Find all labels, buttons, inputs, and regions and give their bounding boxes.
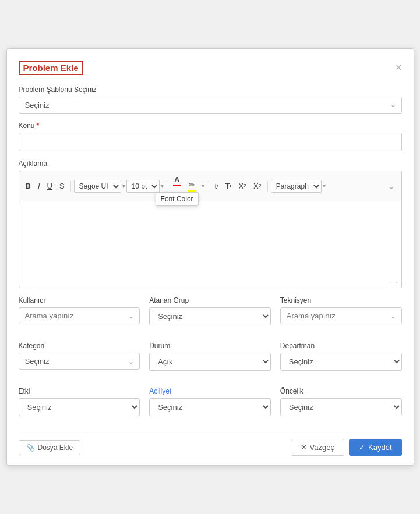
highlight-button[interactable]: ✏ bbox=[185, 179, 199, 194]
oncelik-select[interactable]: Seçiniz bbox=[280, 398, 402, 416]
departman-select[interactable]: Seçiniz bbox=[280, 353, 402, 371]
footer-actions: ✕ Vazgeç ✓ Kaydet bbox=[291, 439, 402, 456]
atanan-grup-select[interactable]: Seçiniz bbox=[149, 307, 271, 325]
italic-button[interactable]: I bbox=[35, 180, 43, 193]
toolbar-divider-3 bbox=[209, 181, 209, 192]
font-family-wrapper: Segoe UI ▾ bbox=[74, 180, 125, 193]
font-color-letter: A bbox=[174, 175, 179, 185]
strikethrough-button[interactable]: S bbox=[57, 180, 68, 193]
aciliyet-label: Aciliyet bbox=[149, 387, 271, 395]
toolbar-divider-1 bbox=[70, 181, 71, 192]
resize-handle-icon: ⋮⋮ bbox=[388, 279, 400, 286]
toolbar-divider-4 bbox=[267, 181, 268, 192]
required-indicator: * bbox=[37, 122, 40, 130]
font-size-wrapper: 10 pt ▾ bbox=[126, 180, 164, 193]
highlight-chevron-icon: ▾ bbox=[202, 183, 204, 190]
row-2: Kategori Seçiniz ⌄ Durum Açık Departman bbox=[19, 342, 402, 379]
etki-label: Etki bbox=[19, 387, 140, 395]
atanan-grup-field: Atanan Grup Seçiniz bbox=[149, 296, 271, 325]
row-1: Kullanıcı ⌄ Atanan Grup Seçiniz Teknisye… bbox=[19, 296, 402, 334]
aciliyet-select[interactable]: Seçiniz bbox=[149, 398, 271, 416]
kullanici-wrapper: ⌄ bbox=[19, 307, 140, 324]
oncelik-field: Öncelik Seçiniz bbox=[280, 387, 402, 416]
superscript-button[interactable]: X2 bbox=[235, 180, 249, 193]
durum-field: Durum Açık bbox=[149, 342, 271, 371]
font-size-select[interactable]: 10 pt bbox=[126, 180, 160, 193]
highlight-dropdown[interactable]: ▾ bbox=[200, 181, 206, 192]
font-size-chevron-icon: ▾ bbox=[161, 183, 164, 189]
template-label: Problem Şablonu Seçiniz bbox=[19, 86, 402, 94]
etki-select[interactable]: Seçiniz bbox=[19, 398, 140, 416]
kategori-wrapper: Seçiniz ⌄ bbox=[19, 353, 140, 370]
font-family-select[interactable]: Segoe UI bbox=[74, 180, 121, 193]
kullanici-label: Kullanıcı bbox=[19, 296, 140, 304]
aciklama-label: Açıklama bbox=[19, 159, 402, 168]
departman-field: Departman Seçiniz bbox=[280, 342, 402, 371]
paragraph-select[interactable]: Paragraph bbox=[271, 180, 322, 193]
close-button[interactable]: × bbox=[396, 62, 402, 73]
kategori-select[interactable]: Seçiniz bbox=[19, 353, 140, 370]
row-3: Etki Seçiniz Aciliyet Seçiniz Öncelik Se… bbox=[19, 387, 402, 424]
departman-label: Departman bbox=[280, 342, 402, 350]
modal-header: Problem Ekle × bbox=[19, 61, 402, 75]
teknisyen-wrapper: ⌄ bbox=[280, 307, 402, 324]
durum-select[interactable]: Açık bbox=[149, 353, 271, 371]
kategori-label: Kategori bbox=[19, 342, 140, 350]
editor-area[interactable]: ⋮⋮ bbox=[19, 201, 402, 288]
teknisyen-label: Teknisyen bbox=[280, 296, 402, 304]
durum-label: Durum bbox=[149, 342, 271, 350]
attach-icon: 📎 bbox=[26, 444, 35, 452]
font-family-chevron-icon: ▾ bbox=[122, 183, 125, 189]
font-color-tooltip: Font Color bbox=[156, 192, 199, 206]
kategori-field: Kategori Seçiniz ⌄ bbox=[19, 342, 140, 371]
aciliyet-field: Aciliyet Seçiniz bbox=[149, 387, 271, 416]
template-select[interactable]: Seçiniz bbox=[19, 97, 402, 114]
modal-container: Problem Ekle × Problem Şablonu Seçiniz S… bbox=[6, 48, 414, 466]
superscript-T-button[interactable]: Tr bbox=[222, 180, 234, 193]
kullanici-input[interactable] bbox=[19, 307, 140, 324]
save-button[interactable]: ✓ Kaydet bbox=[349, 439, 401, 456]
template-select-wrapper: Seçiniz ⌄ bbox=[19, 97, 402, 114]
attach-button[interactable]: 📎 Dosya Ekle bbox=[19, 440, 81, 455]
underline-button[interactable]: U bbox=[44, 180, 55, 193]
modal-title: Problem Ekle bbox=[19, 61, 83, 75]
highlight-icon: ✏ bbox=[189, 180, 195, 190]
konu-label: Konu * bbox=[19, 122, 402, 130]
paragraph-wrapper: Paragraph ▾ bbox=[271, 180, 326, 193]
font-color-button[interactable]: A bbox=[170, 173, 184, 189]
teknisyen-input[interactable] bbox=[280, 307, 402, 324]
oncelik-label: Öncelik bbox=[280, 387, 402, 395]
konu-field: Konu * bbox=[19, 122, 402, 151]
subscript-button[interactable]: X2 bbox=[250, 180, 264, 193]
clear-format-button[interactable]: tt bbox=[212, 180, 221, 193]
template-field: Problem Şablonu Seçiniz Seçiniz ⌄ bbox=[19, 86, 402, 114]
editor-toolbar: B I U S Segoe UI ▾ 10 pt ▾ A bbox=[19, 171, 402, 201]
bold-button[interactable]: B bbox=[23, 180, 34, 193]
konu-input[interactable] bbox=[19, 133, 402, 151]
cancel-icon: ✕ bbox=[301, 443, 307, 452]
font-color-indicator bbox=[173, 185, 181, 186]
aciklama-field: Açıklama B I U S Segoe UI ▾ 10 pt ▾ bbox=[19, 159, 402, 289]
paragraph-chevron-icon: ▾ bbox=[323, 183, 326, 189]
teknisyen-field: Teknisyen ⌄ bbox=[280, 296, 402, 325]
footer: 📎 Dosya Ekle ✕ Vazgeç ✓ Kaydet bbox=[19, 433, 402, 456]
save-icon: ✓ bbox=[359, 443, 365, 452]
more-options-button[interactable]: ⌄ bbox=[384, 179, 398, 193]
cancel-button[interactable]: ✕ Vazgeç bbox=[291, 439, 344, 456]
etki-field: Etki Seçiniz bbox=[19, 387, 140, 416]
kullanici-field: Kullanıcı ⌄ bbox=[19, 296, 140, 325]
font-color-group: A ▾ Font Color bbox=[170, 173, 184, 199]
atanan-grup-label: Atanan Grup bbox=[149, 296, 271, 304]
toolbar-divider-2 bbox=[167, 181, 167, 192]
